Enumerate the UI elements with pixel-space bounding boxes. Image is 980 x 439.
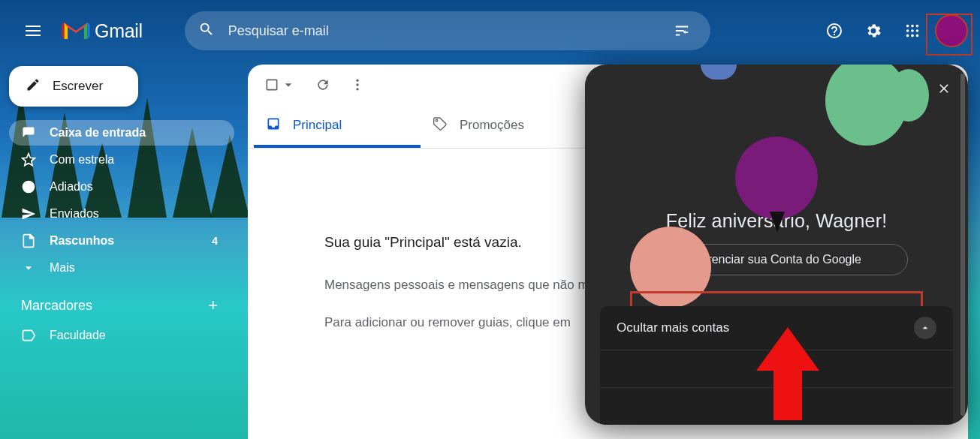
account-list-row[interactable] (600, 350, 953, 387)
svg-point-6 (906, 35, 909, 38)
svg-point-11 (356, 88, 358, 90)
popover-scrollbar[interactable] (960, 74, 965, 416)
google-apps-button[interactable] (896, 14, 929, 47)
balloon-decoration (630, 227, 711, 308)
hide-more-accounts-label: Ocultar mais contas (617, 320, 729, 335)
sidebar-label-faculdade[interactable]: Faculdade (9, 323, 234, 348)
sidebar-item-label: Rascunhos (50, 234, 114, 248)
sidebar-item-more[interactable]: Mais (9, 255, 234, 281)
more-button[interactable] (350, 77, 365, 92)
balloon-decoration (825, 65, 908, 146)
clock-icon (21, 179, 36, 194)
send-icon (21, 206, 36, 221)
svg-point-2 (916, 25, 919, 28)
balloon-decoration (701, 65, 737, 80)
search-icon (198, 21, 215, 41)
refresh-button[interactable] (315, 77, 330, 92)
sidebar-item-label: Mais (50, 261, 75, 275)
star-icon (21, 152, 36, 167)
support-button[interactable] (818, 14, 851, 47)
gmail-logo[interactable]: Gmail (62, 20, 143, 42)
manage-account-label: Gerenciar sua Conta do Google (692, 253, 861, 266)
pencil-icon (26, 77, 41, 96)
tab-promotions[interactable]: Promoções (421, 106, 587, 148)
sidebar-item-sent[interactable]: Enviados (9, 201, 234, 227)
chevron-down-icon (281, 77, 296, 92)
header: Gmail (0, 0, 980, 62)
tab-primary[interactable]: Principal (254, 106, 421, 148)
search-bar[interactable] (185, 11, 710, 50)
drafts-count: 4 (212, 235, 218, 247)
labels-section-header: Marcadores + (9, 282, 234, 321)
balloon-decoration (735, 137, 818, 219)
sidebar: Escrever Caixa de entrada Com estrela Ad… (9, 66, 234, 350)
svg-point-7 (911, 35, 914, 38)
sidebar-item-drafts[interactable]: Rascunhos 4 (9, 228, 234, 254)
sidebar-item-label: Enviados (50, 207, 99, 221)
sidebar-item-snoozed[interactable]: Adiados (9, 174, 234, 200)
hide-more-accounts-row[interactable]: Ocultar mais contas (600, 306, 953, 350)
search-input[interactable] (228, 23, 697, 39)
gmail-m-icon (62, 20, 90, 41)
gmail-wordmark: Gmail (95, 20, 143, 42)
settings-button[interactable] (857, 14, 890, 47)
drafts-icon (21, 233, 36, 248)
sidebar-item-inbox[interactable]: Caixa de entrada (9, 120, 234, 146)
sidebar-item-starred[interactable]: Com estrela (9, 147, 234, 173)
tab-label: Principal (293, 118, 342, 133)
add-label-button[interactable]: + (208, 296, 218, 315)
search-options-button[interactable] (665, 14, 698, 47)
svg-point-0 (906, 25, 909, 28)
label-tag-icon (21, 328, 36, 343)
account-list-row[interactable] (600, 387, 953, 425)
svg-point-10 (356, 83, 358, 86)
promotions-tab-icon (433, 116, 448, 135)
tab-label: Promoções (460, 118, 524, 133)
sidebar-item-label: Com estrela (50, 153, 114, 167)
hamburger-icon (26, 26, 41, 36)
labels-title: Marcadores (21, 298, 92, 314)
compose-label: Escrever (53, 79, 103, 94)
compose-button[interactable]: Escrever (9, 66, 138, 107)
close-popover-button[interactable] (930, 75, 957, 102)
sidebar-item-label: Caixa de entrada (50, 126, 146, 140)
sidebar-item-label: Faculdade (50, 329, 106, 342)
svg-point-1 (911, 25, 914, 28)
svg-point-8 (916, 35, 919, 38)
inbox-icon (21, 125, 36, 140)
account-popover: Feliz aniversário, Wagner! Gerenciar sua… (585, 65, 968, 425)
svg-point-5 (916, 29, 919, 32)
inbox-tab-icon (266, 116, 281, 135)
svg-point-4 (911, 29, 914, 32)
chevron-up-icon (914, 317, 936, 339)
sidebar-item-label: Adiados (50, 180, 93, 194)
svg-point-9 (356, 80, 358, 82)
main-menu-button[interactable] (17, 14, 50, 47)
svg-point-3 (906, 29, 909, 32)
chevron-down-icon (21, 260, 36, 275)
select-all-checkbox[interactable] (264, 77, 296, 92)
account-avatar[interactable] (935, 14, 968, 47)
